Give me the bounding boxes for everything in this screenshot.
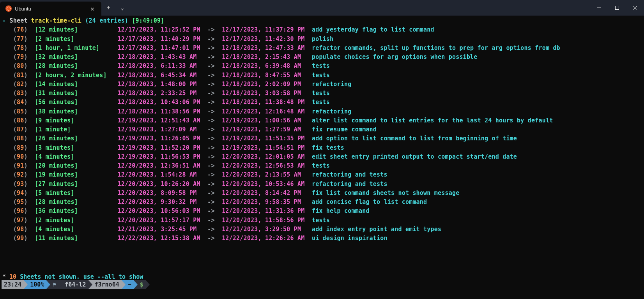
- entry-end: 12/18/2023, 12:47:33 AM: [222, 44, 308, 51]
- entry-start: 12/17/2023, 11:47:01 PM: [117, 44, 204, 51]
- entry-end: 12/18/2023, 3:03:58 PM: [222, 90, 308, 97]
- entry-start: 12/22/2023, 12:15:38 AM: [117, 235, 204, 242]
- list-item: (77) [2 minutes] 12/17/2023, 11:40:29 PM…: [2, 35, 642, 44]
- entry-index: 76: [17, 26, 24, 33]
- entry-end: 12/18/2023, 8:47:55 AM: [222, 72, 308, 79]
- entry-index: 83: [17, 90, 24, 97]
- entry-end: 12/19/2023, 12:16:48 AM: [222, 108, 308, 115]
- entry-start: 12/18/2023, 10:43:06 PM: [117, 99, 204, 106]
- entry-description: refactoring: [312, 108, 352, 115]
- entry-description: tests: [312, 99, 330, 106]
- entry-duration: [1 hour, 1 minute]: [35, 44, 114, 51]
- entry-start: 12/20/2023, 8:09:58 PM: [117, 189, 204, 196]
- entry-duration: [5 minutes]: [35, 189, 114, 196]
- list-item: (84) [56 minutes] 12/18/2023, 10:43:06 P…: [2, 98, 642, 107]
- entry-description: tests: [312, 62, 330, 69]
- list-item: (78) [1 hour, 1 minute] 12/17/2023, 11:4…: [2, 44, 642, 53]
- entry-index: 89: [17, 144, 24, 151]
- entry-end: 12/20/2023, 8:14:42 PM: [222, 189, 308, 196]
- list-item: (76) [12 minutes] 12/17/2023, 11:25:52 P…: [2, 25, 642, 34]
- entry-description: refactoring: [312, 81, 352, 88]
- entry-description: polish: [312, 35, 333, 42]
- entry-index: 82: [17, 81, 24, 88]
- entry-end: 12/17/2023, 11:37:29 PM: [222, 26, 308, 33]
- entry-description: add concise flag to list command: [312, 198, 427, 205]
- entry-description: fix tests: [312, 144, 344, 151]
- new-tab-button[interactable]: ＋: [101, 1, 115, 15]
- entry-duration: [20 minutes]: [35, 162, 114, 169]
- status-hostname: f64-l2: [62, 280, 88, 289]
- entry-count: (24 entries): [85, 17, 128, 24]
- list-item: (80) [28 minutes] 12/18/2023, 6:11:33 AM…: [2, 62, 642, 71]
- entry-end: 12/19/2023, 1:27:59 AM: [222, 126, 308, 133]
- tab-actions: ＋ ⌄: [101, 0, 129, 16]
- status-flag-icon: ⚑: [50, 280, 58, 289]
- entry-index: 81: [17, 72, 24, 79]
- entry-description: fix list command sheets not shown messag…: [312, 189, 459, 196]
- entry-end: 12/20/2023, 12:01:05 AM: [222, 153, 308, 160]
- entry-duration: [32 minutes]: [35, 53, 114, 60]
- entry-end: 12/19/2023, 1:00:56 AM: [222, 117, 308, 124]
- entry-duration: [4 minutes]: [35, 226, 114, 233]
- entry-index: 90: [17, 153, 24, 160]
- entry-description: refactoring and tests: [312, 180, 387, 188]
- entry-index: 98: [17, 226, 24, 233]
- close-window-button[interactable]: [626, 0, 644, 16]
- entry-index: 94: [17, 189, 24, 196]
- status-time: 23:24: [2, 280, 24, 289]
- status-username: f3rno64: [92, 280, 122, 289]
- entry-duration: [31 minutes]: [35, 90, 114, 97]
- entry-duration: [11 minutes]: [35, 235, 114, 242]
- list-item: (88) [26 minutes] 12/19/2023, 11:26:05 P…: [2, 134, 642, 143]
- entry-duration: [12 minutes]: [35, 26, 114, 33]
- entry-end: 12/20/2023, 9:58:35 PM: [222, 198, 308, 205]
- sheet-header: - Sheet track-time-cli (24 entries) [9:4…: [2, 16, 642, 25]
- list-item: (96) [36 minutes] 12/20/2023, 10:56:03 P…: [2, 207, 642, 216]
- entry-start: 12/19/2023, 11:56:53 PM: [117, 153, 204, 160]
- list-item: (98) [4 minutes] 12/21/2023, 3:25:45 PM …: [2, 225, 642, 234]
- entry-start: 12/20/2023, 9:30:32 PM: [117, 198, 204, 205]
- list-item: (86) [9 minutes] 12/19/2023, 12:51:43 AM…: [2, 116, 642, 125]
- list-item: (93) [27 minutes] 12/20/2023, 10:26:20 A…: [2, 180, 642, 189]
- tab-ubuntu[interactable]: Ubuntu ✕: [0, 2, 101, 16]
- minimize-button[interactable]: [590, 0, 608, 16]
- entry-start: 12/19/2023, 12:51:43 AM: [117, 117, 204, 124]
- entry-description: refactor commands, split up functions to…: [312, 44, 560, 51]
- entry-end: 12/18/2023, 2:15:43 AM: [222, 53, 308, 60]
- entry-description: tests: [312, 217, 330, 224]
- total-duration: [9:49:09]: [132, 17, 164, 24]
- entry-index: 91: [17, 162, 24, 169]
- entry-start: 12/20/2023, 1:54:28 AM: [117, 171, 204, 178]
- footer-message: * 10 Sheets not shown. use --all to show: [2, 273, 143, 280]
- entry-duration: [27 minutes]: [35, 180, 114, 188]
- tab-title: Ubuntu: [15, 6, 86, 12]
- entry-description: alter list command to list entries for t…: [312, 117, 553, 124]
- entry-start: 12/18/2023, 11:38:56 PM: [117, 108, 204, 115]
- entry-start: 12/21/2023, 3:25:45 PM: [117, 226, 204, 233]
- status-path: ~: [126, 280, 134, 289]
- terminal-output[interactable]: - Sheet track-time-cli (24 entries) [9:4…: [0, 16, 644, 243]
- entry-end: 12/20/2023, 2:13:55 AM: [222, 171, 308, 178]
- entry-duration: [2 hours, 2 minutes]: [35, 72, 114, 79]
- maximize-button[interactable]: [608, 0, 626, 16]
- entry-start: 12/18/2023, 1:48:00 PM: [117, 81, 204, 88]
- close-tab-icon[interactable]: ✕: [89, 5, 96, 12]
- entry-duration: [36 minutes]: [35, 207, 114, 214]
- entry-description: ui design inspiration: [312, 235, 387, 242]
- entry-end: 12/17/2023, 11:42:30 PM: [222, 35, 308, 42]
- entry-end: 12/19/2023, 11:54:51 PM: [222, 144, 308, 151]
- entry-index: 80: [17, 62, 24, 69]
- status-battery: 100%: [28, 280, 46, 289]
- entry-end: 12/21/2023, 3:29:50 PM: [222, 226, 308, 233]
- entry-index: 97: [17, 217, 24, 224]
- entry-duration: [3 minutes]: [35, 144, 114, 151]
- entry-start: 12/20/2023, 10:26:20 AM: [117, 180, 204, 188]
- entry-end: 12/20/2023, 12:56:53 AM: [222, 162, 308, 169]
- entry-duration: [26 minutes]: [35, 135, 114, 142]
- tab-dropdown-button[interactable]: ⌄: [115, 1, 129, 15]
- entry-index: 93: [17, 180, 24, 188]
- entry-index: 84: [17, 99, 24, 106]
- entry-start: 12/18/2023, 6:11:33 AM: [117, 62, 204, 69]
- titlebar: Ubuntu ✕ ＋ ⌄: [0, 0, 644, 16]
- entry-end: 12/20/2023, 11:31:36 PM: [222, 207, 308, 214]
